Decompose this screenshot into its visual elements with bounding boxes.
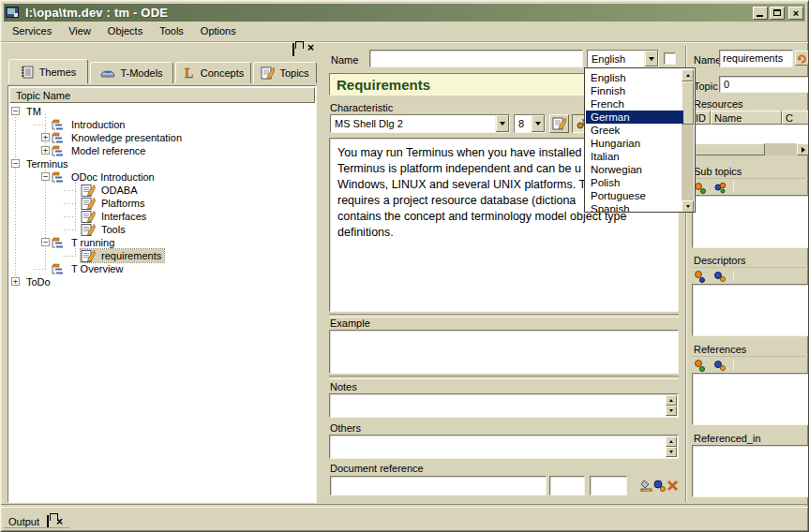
topic-name-input[interactable]: requirements [719, 50, 793, 67]
language-checkbox[interactable] [664, 52, 676, 65]
tree-item[interactable]: Knowledge presentation [51, 131, 185, 144]
references-add-button[interactable] [692, 358, 708, 372]
language-option-polish[interactable]: Polish [586, 176, 683, 189]
tree-expander-plus[interactable]: + [41, 133, 50, 141]
tree-item[interactable]: Introduction [51, 118, 127, 131]
language-option-portuguese[interactable]: Portuguese [586, 189, 683, 202]
tab-concepts[interactable]: L Concepts [175, 62, 251, 83]
font-size-combo[interactable]: 8 [514, 114, 546, 133]
language-option-spanish[interactable]: Spanish [586, 202, 683, 213]
example-textarea[interactable] [329, 330, 679, 374]
left-panel-float-icon[interactable] [292, 44, 294, 55]
tree-row-odoc-introduction[interactable]: −ODoc Introduction [9, 170, 315, 184]
resources-column-c[interactable]: C [782, 111, 809, 125]
menu-item-view[interactable]: View [60, 23, 99, 38]
output-splitter[interactable] [1, 504, 809, 508]
document-link-button[interactable] [652, 476, 666, 495]
document-remove-button[interactable] [666, 476, 679, 495]
subtopics-list[interactable] [692, 195, 809, 248]
language-option-hungarian[interactable]: Hungarian [586, 137, 683, 150]
tree-row-t-overview[interactable]: T Overview [9, 262, 315, 275]
tree-item[interactable]: T running [51, 236, 117, 249]
font-combo[interactable]: MS Shell Dlg 2 [330, 114, 510, 133]
topic-refresh-button[interactable] [795, 51, 809, 66]
edit-characteristic-button[interactable] [549, 114, 569, 133]
notes-spinner[interactable] [666, 395, 677, 416]
tree-expander-minus[interactable]: − [41, 172, 50, 181]
tree-item[interactable]: Plaftorms [81, 197, 147, 210]
language-combo[interactable]: English [587, 50, 659, 67]
menu-item-services[interactable]: Services [4, 23, 60, 38]
tree-row-tm[interactable]: −TM [9, 105, 315, 118]
tree-item[interactable]: T Overview [51, 262, 126, 275]
resources-hscrollbar-thumb[interactable] [692, 143, 765, 155]
tab-themes[interactable]: Themes [8, 59, 88, 83]
tree-expander-plus[interactable]: + [41, 146, 50, 155]
language-combo-arrow[interactable] [644, 51, 658, 66]
tree-row-odaba[interactable]: ODABA [9, 184, 315, 197]
tree-item-selected[interactable]: requirements [81, 249, 164, 262]
minimize-button[interactable] [753, 7, 768, 20]
tree-row-t-running[interactable]: −T running [9, 236, 315, 249]
tree-row-interfaces[interactable]: Interfaces [9, 210, 315, 223]
tree-item[interactable]: ODoc Introduction [51, 170, 157, 184]
descriptors-insert-button[interactable] [712, 269, 727, 283]
tree-item[interactable]: Terminus [23, 157, 71, 170]
resources-hscrollbar[interactable] [692, 143, 809, 155]
tree-item[interactable]: Interfaces [81, 210, 149, 223]
others-input[interactable] [329, 435, 679, 459]
tree-row-tools[interactable]: Tools [9, 223, 315, 236]
tree-item[interactable]: TM [23, 105, 44, 118]
menu-item-options[interactable]: Options [192, 23, 245, 38]
tree-expander-plus[interactable]: + [11, 277, 20, 286]
references-insert-button[interactable] [712, 358, 727, 372]
language-option-german[interactable]: German [586, 111, 683, 124]
tree-expander-minus[interactable]: − [11, 159, 20, 168]
menu-item-objects[interactable]: Objects [99, 23, 151, 38]
notes-input[interactable] [329, 393, 679, 418]
close-button[interactable]: × [788, 7, 803, 20]
tree-row-plaftorms[interactable]: Plaftorms [9, 197, 315, 210]
resources-hscrollbar-right[interactable] [797, 143, 809, 155]
tree-column-header[interactable]: Topic Name [9, 87, 315, 103]
topic-id-input[interactable]: 0 [719, 76, 809, 93]
name-input[interactable] [369, 50, 583, 67]
tree-row-requirements[interactable]: requirements [9, 249, 315, 262]
language-option-finnish[interactable]: Finnish [586, 84, 683, 97]
tree-row-introduction[interactable]: Introduction [9, 118, 315, 131]
font-combo-arrow[interactable] [495, 115, 509, 132]
tree-item[interactable]: ToDo [23, 275, 53, 288]
tree-row-model-reference[interactable]: +Model reference [9, 144, 315, 157]
splitter-2[interactable] [329, 376, 679, 379]
document-edit-button[interactable] [639, 476, 652, 495]
references-list[interactable] [692, 373, 809, 425]
splitter-1[interactable] [329, 314, 679, 318]
language-option-greek[interactable]: Greek [586, 124, 683, 137]
tab-t-models[interactable]: T-Models [90, 62, 173, 83]
document-reference-field-3[interactable] [590, 476, 627, 495]
resources-column-name[interactable]: Name [711, 111, 782, 125]
subtopics-insert-button[interactable] [712, 180, 727, 194]
left-panel-close-icon[interactable]: × [307, 43, 314, 52]
tab-topics[interactable]: Topics [253, 62, 317, 83]
font-size-combo-arrow[interactable] [531, 115, 545, 132]
tree-item[interactable]: Tools [81, 223, 128, 236]
document-reference-input[interactable] [330, 476, 547, 495]
language-option-italian[interactable]: Italian [586, 150, 683, 163]
menu-item-tools[interactable]: Tools [151, 23, 192, 38]
language-option-french[interactable]: French [586, 97, 683, 111]
tree-expander-minus[interactable]: − [11, 107, 20, 115]
tree-row-knowledge-presentation[interactable]: +Knowledge presentation [9, 131, 315, 144]
tree-expander-minus[interactable]: − [41, 238, 50, 246]
language-option-english[interactable]: English [586, 71, 683, 84]
tree-item[interactable]: ODABA [81, 184, 141, 197]
referenced-in-list[interactable] [692, 445, 809, 497]
descriptors-list[interactable] [692, 284, 809, 336]
resources-table-body[interactable] [692, 125, 809, 143]
output-float-icon[interactable] [47, 516, 49, 527]
language-option-norwegian[interactable]: Norwegian [586, 163, 683, 176]
others-spinner[interactable] [666, 436, 677, 457]
document-reference-field-2[interactable] [549, 476, 585, 495]
tree-row-todo[interactable]: +ToDo [9, 275, 315, 288]
tree-row-terminus[interactable]: −Terminus [9, 157, 315, 170]
